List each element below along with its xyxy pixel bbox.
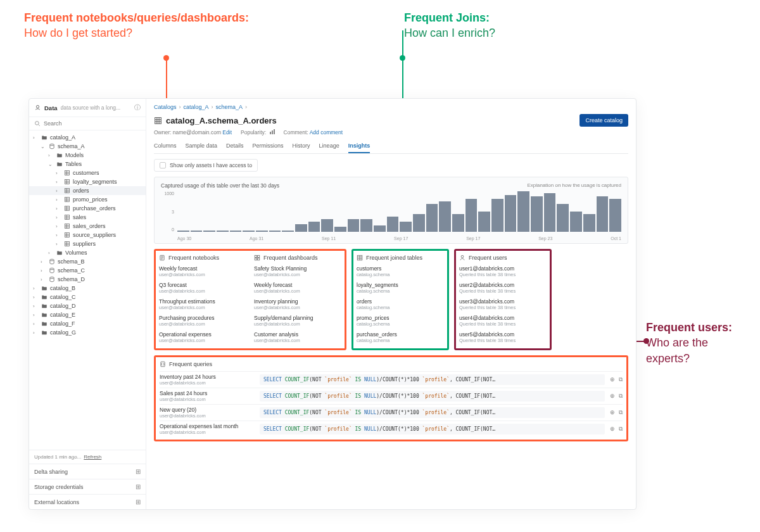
tab-details[interactable]: Details [226, 139, 244, 153]
tree-item-sales[interactable]: ›sales [29, 213, 146, 222]
tree-item-catalog_b[interactable]: ›catalog_B [29, 284, 146, 293]
tree-item-promo_prices[interactable]: ›promo_prices [29, 195, 146, 204]
search-input[interactable] [44, 120, 141, 127]
copy-icon[interactable]: ⧉ [619, 376, 623, 383]
chart-bar [505, 195, 517, 232]
table-icon [63, 196, 70, 203]
tab-columns[interactable]: Columns [154, 139, 177, 153]
create-catalog-button[interactable]: Create catalog [580, 114, 628, 127]
join-item[interactable]: customerscatalog.schema [355, 264, 445, 281]
tree-item-loyalty_segments[interactable]: ›loyalty_segments [29, 177, 146, 186]
dashboard-item[interactable]: Customer analysisuser@databricks.com [253, 330, 343, 346]
tree-item-catalog_f[interactable]: ›catalog_F [29, 319, 146, 328]
chart-bar [348, 219, 360, 232]
frequent-users-group: Frequent users user1@databricks.comQueri… [454, 249, 552, 350]
notebook-item[interactable]: Q3 forecastuser@databricks.com [158, 281, 248, 297]
folder-icon [56, 250, 63, 256]
chevron-icon: › [33, 330, 38, 336]
chart-bar [177, 231, 189, 232]
user-item[interactable]: user4@databricks.comQueried this table 3… [458, 314, 548, 330]
query-row[interactable]: Sales past 24 hoursuser@databricks.comSE… [160, 388, 623, 404]
breadcrumb-item[interactable]: schema_A [216, 104, 243, 110]
chart-explanation[interactable]: Explanation on how the usage is captured [527, 182, 621, 189]
tree-item-label: Tables [65, 161, 82, 167]
notebook-item[interactable]: Purchasing proceduresuser@databricks.com [158, 314, 248, 330]
zoom-icon[interactable]: ⊕ [610, 393, 615, 400]
chart-bar [374, 225, 386, 232]
edit-owner-link[interactable]: Edit [222, 129, 232, 136]
copy-icon[interactable]: ⧉ [619, 426, 623, 433]
tree-item-models[interactable]: ›Models [29, 151, 146, 160]
chart-bar [360, 219, 372, 232]
user-item[interactable]: user1@databricks.comQueried this table 3… [458, 264, 548, 281]
tree-item-schema_d[interactable]: ›schema_D [29, 275, 146, 284]
meta-row: Owner: name@domain.com Edit Popularity: … [154, 129, 628, 136]
table-icon [63, 223, 70, 229]
breadcrumb-item[interactable]: catalog_A [184, 104, 209, 110]
dashboard-item[interactable]: Weekly forecastuser@databricks.com [253, 281, 343, 297]
tree-item-schema_b[interactable]: ›schema_B [29, 257, 146, 266]
join-item[interactable]: loyalty_segmentscatalog.schema [355, 281, 445, 297]
copy-icon[interactable]: ⧉ [619, 393, 623, 400]
notebook-item[interactable]: Weekly forecastuser@databricks.com [158, 264, 248, 281]
frequent-joins-card: Frequent joined tables customerscatalog.… [355, 253, 445, 346]
zoom-icon[interactable]: ⊕ [610, 376, 615, 383]
refresh-link[interactable]: Refresh [84, 454, 101, 460]
tree-item-source_suppliers[interactable]: ›source_suppliers [29, 231, 146, 239]
popularity-bars-icon [270, 129, 275, 134]
tree-item-orders[interactable]: ›orders [29, 186, 146, 195]
sidebar-footer: Updated 1 min ago... Refresh Delta shari… [29, 450, 146, 509]
user-item[interactable]: user2@databricks.comQueried this table 3… [458, 281, 548, 297]
notebook-item[interactable]: Throughput estimationsuser@databricks.co… [158, 297, 248, 314]
access-only-checkbox[interactable]: Show only assets I have access to [154, 159, 258, 172]
sidebar-search[interactable] [29, 117, 146, 130]
sidebar-footer-external-locations[interactable]: External locations⊞ [29, 494, 146, 509]
breadcrumb-item[interactable]: Catalogs [154, 104, 177, 110]
chevron-icon: › [33, 286, 38, 291]
frequent-queries-block: Frequent queries Inventory past 24 hours… [154, 355, 628, 441]
tree-item-catalog_e[interactable]: ›catalog_E [29, 310, 146, 319]
query-row[interactable]: New query (20)user@databricks.comSELECT … [160, 404, 623, 421]
tab-permissions[interactable]: Permissions [253, 139, 284, 153]
query-row[interactable]: Operational expenses last monthuser@data… [160, 421, 623, 437]
join-item[interactable]: orderscatalog.schema [355, 297, 445, 314]
svg-rect-15 [155, 117, 162, 124]
tree-item-tables[interactable]: ⌄Tables [29, 160, 146, 168]
tree-item-schema_a[interactable]: ⌄schema_A [29, 142, 146, 151]
notebook-item[interactable]: Operational expensesuser@databricks.com [158, 330, 248, 346]
dashboard-item[interactable]: Supply/demand planninguser@databricks.co… [253, 314, 343, 330]
annotation-title: Frequent Joins: [404, 10, 531, 25]
tree-item-suppliers[interactable]: ›suppliers [29, 239, 146, 248]
tree-item-customers[interactable]: ›customers [29, 168, 146, 177]
sidebar-footer-storage-credentials[interactable]: Storage credentials⊞ [29, 479, 146, 494]
tree-item-catalog_d[interactable]: ›catalog_D [29, 301, 146, 310]
plus-icon: ⊞ [136, 468, 141, 475]
user-item[interactable]: user5@databricks.comQueried this table 3… [458, 330, 548, 346]
dashboard-item[interactable]: Inventory planninguser@databricks.com [253, 297, 343, 314]
tree-item-sales_orders[interactable]: ›sales_orders [29, 222, 146, 231]
join-item[interactable]: promo_pricescatalog.schema [355, 314, 445, 330]
tab-lineage[interactable]: Lineage [319, 139, 339, 153]
info-icon[interactable]: ⓘ [134, 103, 141, 112]
tab-history[interactable]: History [293, 139, 310, 153]
chart-bar [217, 231, 229, 232]
dashboard-item[interactable]: Safety Stock Planninguser@databricks.com [253, 264, 343, 281]
tree-item-purchase_orders[interactable]: ›purchase_orders [29, 204, 146, 213]
tree-item-catalog_g[interactable]: ›catalog_G [29, 328, 146, 337]
tree-item-volumes[interactable]: ›Volumes [29, 248, 146, 257]
copy-icon[interactable]: ⧉ [619, 409, 623, 416]
table-icon [63, 214, 70, 220]
tab-sample-data[interactable]: Sample data [186, 139, 218, 153]
tab-insights[interactable]: Insights [348, 139, 370, 153]
tree-item-catalog_a[interactable]: ›catalog_A [29, 133, 146, 142]
zoom-icon[interactable]: ⊕ [610, 409, 615, 416]
join-item[interactable]: purchase_orderscatalog.schema [355, 330, 445, 346]
sidebar-footer-delta-sharing[interactable]: Delta sharing⊞ [29, 464, 146, 479]
tree-item-schema_c[interactable]: ›schema_C [29, 266, 146, 275]
zoom-icon[interactable]: ⊕ [610, 426, 615, 433]
query-row[interactable]: Inventory past 24 hoursuser@databricks.c… [160, 371, 623, 388]
user-item[interactable]: user3@databricks.comQueried this table 3… [458, 297, 548, 314]
tree-item-catalog_c[interactable]: ›catalog_C [29, 293, 146, 301]
add-comment-link[interactable]: Add comment [310, 129, 343, 136]
schema-icon [48, 267, 55, 274]
